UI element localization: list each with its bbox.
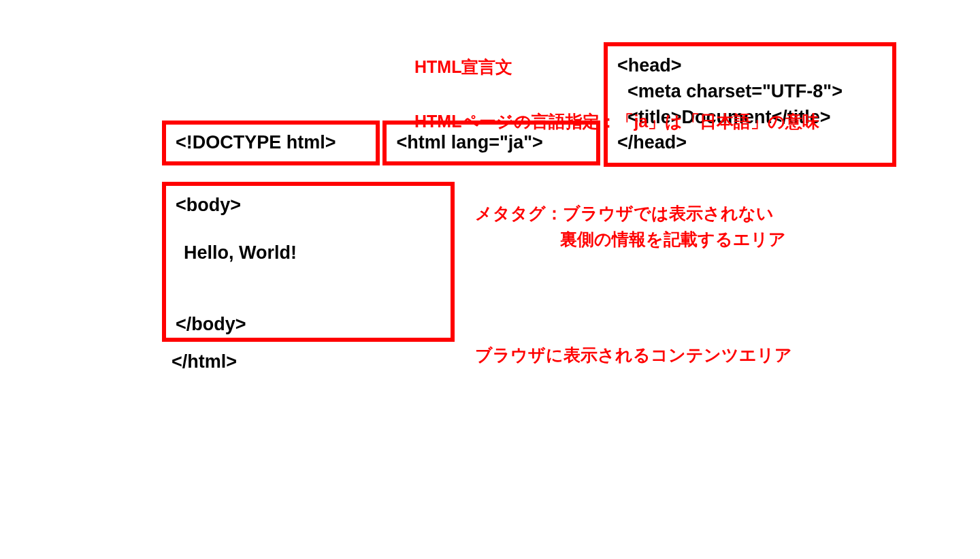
head-box: <head> <meta charset="UTF-8"> <title>Doc… xyxy=(604,42,896,167)
head-annotation: メタタグ：ブラウザでは表示されない 裏側の情報を記載するエリア xyxy=(475,201,786,252)
body-annotation: ブラウザに表示されるコンテンツエリア xyxy=(475,342,792,368)
body-content-code: Hello, World! xyxy=(184,240,297,266)
doctype-annotation: HTML宣言文 xyxy=(414,54,512,80)
body-open-code: <body> xyxy=(176,193,241,219)
body-box: <body> Hello, World! </body> xyxy=(162,182,455,342)
doctype-box: <!DOCTYPE html> xyxy=(162,121,380,165)
doctype-code: <!DOCTYPE html> xyxy=(176,130,366,156)
html-lang-annotation: HTMLページの言語指定：「ja」は「日本語」の意味 xyxy=(414,109,819,135)
body-close-code: </body> xyxy=(176,312,246,338)
head-code: <head> <meta charset="UTF-8"> <title>Doc… xyxy=(617,53,883,156)
